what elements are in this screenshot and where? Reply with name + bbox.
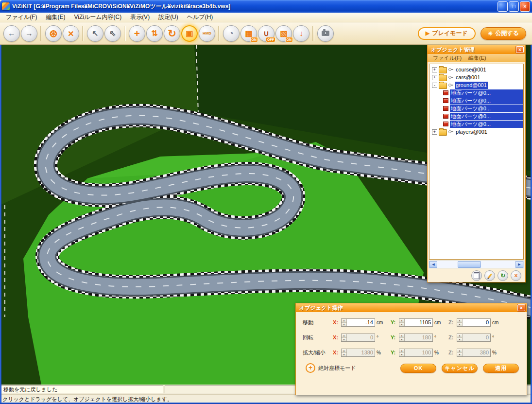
axis-toggle-button[interactable]: ▧ ON xyxy=(275,25,292,42)
spinner-value[interactable]: 1380 xyxy=(347,349,375,356)
spin-up-icon[interactable]: ▲ xyxy=(399,349,404,352)
spinner-value[interactable]: -14 xyxy=(347,319,375,326)
z-axis-label: Z: xyxy=(448,334,457,340)
tree-item-ground-part[interactable]: 地面パーツ@0... xyxy=(429,97,523,105)
tree-item-players[interactable]: + players@001 xyxy=(429,128,523,136)
tree-item-ground[interactable]: - ground@001 xyxy=(429,81,523,89)
forward-button[interactable]: → xyxy=(21,25,37,42)
spin-up-icon[interactable]: ▲ xyxy=(342,334,346,337)
object-manager-menu-edit[interactable]: 編集(E) xyxy=(465,54,490,62)
spinner-value[interactable]: 0 xyxy=(463,319,490,326)
move-tool-button[interactable]: + xyxy=(129,25,145,42)
rotate-tool-button[interactable]: ↻ xyxy=(164,25,180,42)
tree-horizontal-scrollbar[interactable]: ◀ ▶ xyxy=(429,261,524,268)
remove-button[interactable]: × xyxy=(511,270,521,281)
spin-up-icon[interactable]: ▲ xyxy=(342,319,346,322)
spin-down-icon[interactable]: ▼ xyxy=(399,337,404,341)
object-manager-close-button[interactable]: × xyxy=(516,46,524,53)
cursor-icon: ↖ xyxy=(92,30,98,37)
spin-up-icon[interactable]: ▲ xyxy=(457,334,462,337)
remove-icon: × xyxy=(514,273,517,279)
delete-object-button[interactable]: × xyxy=(63,25,79,42)
scale-z-spinner[interactable]: ▲ ▼ 380 xyxy=(457,349,491,357)
cancel-button[interactable]: キャンセル xyxy=(442,364,478,373)
scale-x-spinner[interactable]: ▲ ▼ 1380 xyxy=(341,349,375,357)
spinner-value[interactable]: 0 xyxy=(463,334,490,341)
spin-down-icon[interactable]: ▼ xyxy=(457,322,462,326)
maximize-button[interactable]: □ xyxy=(509,1,519,12)
spin-down-icon[interactable]: ▼ xyxy=(342,322,346,326)
ok-button[interactable]: OK xyxy=(400,364,436,373)
expander-icon[interactable]: + xyxy=(432,75,437,80)
minimize-button[interactable]: _ xyxy=(498,1,508,12)
spinner-value[interactable]: 0 xyxy=(347,334,375,341)
menu-edit[interactable]: 編集(E) xyxy=(41,12,69,22)
spin-down-icon[interactable]: ▼ xyxy=(342,337,346,341)
spinner-value[interactable]: 380 xyxy=(463,349,490,356)
move-x-spinner[interactable]: ▲ ▼ -14 xyxy=(341,318,375,327)
object-manager-titlebar[interactable]: オブジェクト管理 × xyxy=(428,45,525,54)
scale-tool-button[interactable]: ▣ xyxy=(181,25,198,42)
edit-button[interactable] xyxy=(484,270,495,281)
camera-icon xyxy=(322,31,329,36)
menu-help[interactable]: ヘルプ(H) xyxy=(183,12,218,22)
menu-room-content[interactable]: ViZiルーム内容(C) xyxy=(69,12,126,22)
tree-item-ground-part[interactable]: 地面パーツ@0... xyxy=(429,120,523,128)
scroll-left-button[interactable]: ◀ xyxy=(429,261,437,268)
menu-file[interactable]: ファイル(F) xyxy=(1,12,41,22)
menu-settings[interactable]: 設定(U) xyxy=(154,12,183,22)
spin-up-icon[interactable]: ▲ xyxy=(399,319,404,322)
publish-button[interactable]: ☀ 公開する xyxy=(481,27,526,40)
grid-toggle-button[interactable]: ▦ ON xyxy=(240,25,257,42)
spin-up-icon[interactable]: ▲ xyxy=(342,349,346,352)
spinner-value[interactable]: 180 xyxy=(405,334,432,341)
spinner-value[interactable]: 1105 xyxy=(405,319,432,326)
spin-down-icon[interactable]: ▼ xyxy=(457,352,462,356)
spin-up-icon[interactable]: ▲ xyxy=(457,349,462,352)
reset-view-button[interactable]: ⊛ xyxy=(45,25,62,42)
tree-item-course[interactable]: + course@001 xyxy=(429,66,523,73)
rotate-x-spinner[interactable]: ▲ ▼ 0 xyxy=(341,334,375,342)
menu-view[interactable]: 表示(V) xyxy=(126,12,154,22)
tree-item-ground-part[interactable]: 地面パーツ@0... xyxy=(429,112,523,120)
tree-item-cars[interactable]: + cars@001 xyxy=(429,73,523,81)
tree-item-ground-part[interactable]: 地面パーツ@0... xyxy=(429,89,523,97)
spin-down-icon[interactable]: ▼ xyxy=(457,337,462,341)
back-button[interactable]: ← xyxy=(3,25,20,42)
spinner-value[interactable]: 100 xyxy=(405,349,432,356)
move-z-spinner[interactable]: ▲ ▼ 0 xyxy=(457,318,491,327)
spinner-arrows: ▲ ▼ xyxy=(399,349,405,356)
scroll-thumb[interactable] xyxy=(458,261,481,268)
scroll-right-button[interactable]: ▶ xyxy=(515,261,523,268)
pan-tool-button[interactable]: ⇅ xyxy=(146,25,163,42)
close-button[interactable]: × xyxy=(520,1,530,12)
drop-tool-button[interactable]: ↓ xyxy=(293,25,309,42)
spin-up-icon[interactable]: ▲ xyxy=(399,334,404,337)
object-operation-titlebar[interactable]: オブジェクト操作 × xyxy=(296,303,527,312)
object-operation-close-button[interactable]: × xyxy=(517,304,525,311)
snap-toggle-button[interactable]: ∪ OFF xyxy=(258,25,275,42)
select-rotate-tool-button[interactable]: ⇖ xyxy=(104,25,121,42)
tree-item-ground-part[interactable]: 地面パーツ@0... xyxy=(429,105,523,112)
apply-button[interactable]: 適用 xyxy=(483,364,519,373)
play-mode-button[interactable]: ▶ プレイモード xyxy=(418,27,476,40)
rotate-y-spinner[interactable]: ▲ ▼ 180 xyxy=(399,334,433,342)
refresh-button[interactable]: ↻ xyxy=(498,270,508,281)
compass-button[interactable]: ◔ xyxy=(223,25,240,42)
spin-down-icon[interactable]: ▼ xyxy=(399,322,404,326)
spin-down-icon[interactable]: ▼ xyxy=(399,352,404,356)
rotate-z-spinner[interactable]: ▲ ▼ 0 xyxy=(457,334,491,342)
new-file-button[interactable] xyxy=(471,270,482,281)
hmd-view-button[interactable]: HMD xyxy=(199,25,215,42)
spin-down-icon[interactable]: ▼ xyxy=(342,352,346,356)
screenshot-button[interactable] xyxy=(317,25,334,42)
scale-y-spinner[interactable]: ▲ ▼ 100 xyxy=(399,349,433,357)
move-y-spinner[interactable]: ▲ ▼ 1105 xyxy=(399,318,433,327)
expander-icon[interactable]: - xyxy=(432,83,437,88)
object-manager-menu-file[interactable]: ファイル(F) xyxy=(429,54,465,62)
expander-icon[interactable]: + xyxy=(432,67,437,72)
scroll-track[interactable] xyxy=(437,261,515,268)
select-tool-button[interactable]: ↖ xyxy=(87,25,103,42)
spin-up-icon[interactable]: ▲ xyxy=(457,319,462,322)
expander-icon[interactable]: + xyxy=(432,129,437,135)
